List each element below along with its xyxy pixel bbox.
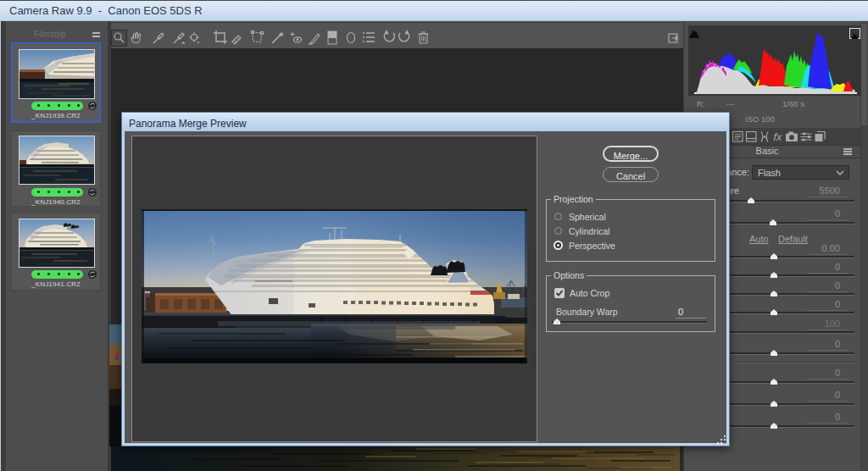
- svg-text:fx: fx: [774, 131, 782, 143]
